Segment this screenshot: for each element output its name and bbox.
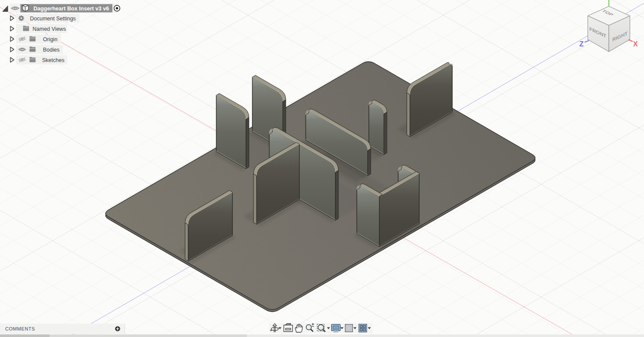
svg-text:Z: Z xyxy=(579,40,584,48)
svg-text:X: X xyxy=(633,40,638,48)
svg-text:Daggerheart Box Insert v3 v6: Daggerheart Box Insert v3 v6 xyxy=(33,6,109,12)
svg-text:Bodies: Bodies xyxy=(43,47,59,53)
svg-text:Document Settings: Document Settings xyxy=(30,16,76,22)
svg-text:Named Views: Named Views xyxy=(33,26,66,32)
svg-text:Origin: Origin xyxy=(43,36,57,43)
svg-text:Sketches: Sketches xyxy=(42,57,64,63)
